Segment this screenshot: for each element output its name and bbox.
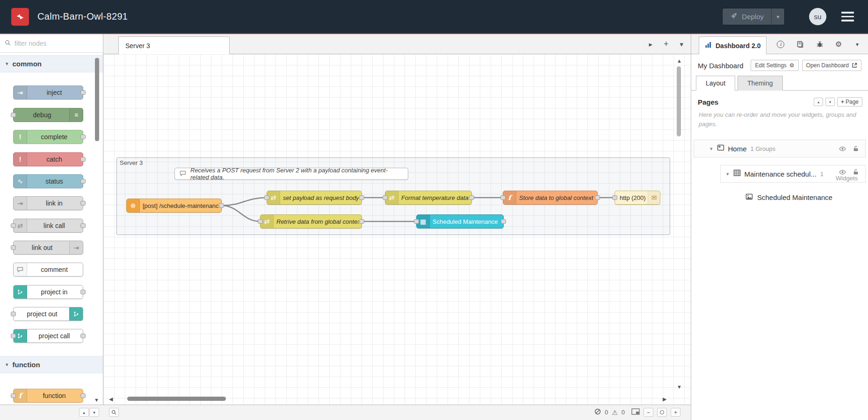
navigator-toggle[interactable] [631, 408, 640, 416]
collapse-all-button[interactable]: ▴ [814, 98, 823, 106]
add-flow-button[interactable]: + [664, 39, 669, 49]
output-port[interactable] [80, 157, 86, 162]
palette-node-link-out[interactable]: ⇥ link out [13, 241, 83, 255]
input-port[interactable] [258, 219, 263, 224]
output-port[interactable] [80, 90, 86, 95]
open-dashboard-button[interactable]: Open Dashboard [802, 60, 861, 71]
dashboard-tree: ▾ Home 1 Groups ▾ Maintenance schedul...… [691, 140, 868, 204]
scroll-up-icon[interactable]: ▲ [677, 58, 682, 64]
flow-node-ui-table[interactable]: ▦ Scheduled Maintenance [416, 214, 504, 228]
output-port[interactable] [80, 223, 86, 228]
tab-theming[interactable]: Theming [738, 76, 782, 91]
palette-search[interactable] [0, 34, 103, 53]
input-port[interactable] [11, 245, 16, 250]
output-port[interactable] [80, 334, 86, 338]
vertical-scrollbar-thumb[interactable] [677, 66, 681, 136]
flow-canvas[interactable]: Server 3 Receives a POST request from Se… [103, 54, 691, 405]
output-port[interactable] [469, 195, 474, 200]
palette-node-link-in[interactable]: ⇥ link in [13, 196, 83, 210]
palette-scrollbar-thumb[interactable] [95, 58, 99, 141]
flow-node-http-response[interactable]: ✉ http (200) [615, 191, 660, 205]
output-port[interactable] [219, 203, 224, 208]
tab-scroll-right-icon[interactable]: ▸ [649, 40, 652, 49]
zoom-reset-button[interactable] [657, 408, 667, 417]
palette-node-comment[interactable]: comment [13, 263, 83, 277]
scroll-right-icon[interactable]: ▶ [663, 396, 666, 402]
deploy-options-caret[interactable]: ▾ [771, 8, 784, 25]
palette-node-project-call[interactable]: project call [13, 329, 83, 343]
output-port[interactable] [80, 393, 86, 398]
palette-scroll-down-icon[interactable]: ▼ [94, 397, 99, 403]
palette-node-complete[interactable]: ! complete [13, 130, 83, 144]
input-port[interactable] [500, 195, 506, 200]
palette-node-debug[interactable]: ≡ debug [13, 108, 83, 122]
output-port[interactable] [80, 135, 86, 139]
flow-tab-server-3[interactable]: Server 3 [118, 36, 230, 54]
flow-node-change-format-temperature[interactable]: ⇄ Format temperature data. [385, 191, 472, 205]
flow-node-change-retrieve-global[interactable]: ⇄ Retrive data from global context [260, 214, 362, 228]
help-tab-button[interactable] [793, 34, 807, 54]
input-port[interactable] [11, 334, 16, 338]
input-port[interactable] [11, 223, 16, 228]
chevron-down-icon[interactable]: ▾ [710, 146, 713, 152]
flow-node-function-store-global[interactable]: f Store data to global context [503, 191, 598, 205]
sidebar-tab-dashboard[interactable]: Dashboard 2.0 [699, 36, 767, 54]
palette-node-function[interactable]: f function [13, 389, 83, 403]
output-port[interactable] [80, 201, 86, 206]
flow-node-http-in[interactable]: ⊕ [post] /schedule-maintenance [126, 199, 222, 213]
flow-list-caret-icon[interactable]: ▾ [680, 40, 683, 49]
deploy-main[interactable]: Deploy [723, 8, 771, 25]
output-port[interactable] [595, 195, 600, 200]
comment-node[interactable]: Receives a POST request from Server 2 wi… [174, 168, 408, 180]
palette-node-inject[interactable]: ⇥ inject [13, 85, 83, 100]
output-port[interactable] [80, 179, 86, 184]
input-port[interactable] [11, 393, 16, 398]
vertical-scrollbar[interactable]: ▲ ▼ [676, 58, 682, 391]
tree-row-page-home[interactable]: ▾ Home 1 Groups [694, 140, 866, 157]
main-menu-button[interactable] [839, 10, 856, 23]
output-port[interactable] [359, 219, 364, 224]
input-port[interactable] [11, 312, 16, 316]
input-port[interactable] [264, 195, 269, 200]
palette-expand-all-button[interactable]: ▾ [89, 408, 99, 417]
user-avatar[interactable]: su [809, 8, 826, 25]
input-port[interactable] [11, 113, 16, 117]
tree-row-widget-scheduled-maintenance[interactable]: Scheduled Maintenance [745, 190, 866, 204]
add-page-button[interactable]: + Page [837, 97, 862, 107]
palette-collapse-all-button[interactable]: ▴ [79, 408, 89, 417]
expand-all-button[interactable]: ▾ [825, 98, 835, 106]
output-port[interactable] [501, 219, 506, 224]
horizontal-scrollbar[interactable]: ◀ ▶ [103, 395, 674, 402]
palette-node-link-call[interactable]: ⇄ link call [13, 219, 83, 233]
search-flows-button[interactable] [109, 408, 119, 417]
palette-search-input[interactable] [14, 40, 85, 47]
horizontal-scrollbar-thumb[interactable] [127, 397, 226, 401]
scroll-left-icon[interactable]: ◀ [109, 396, 113, 402]
deploy-button[interactable]: Deploy ▾ [722, 8, 785, 25]
tree-row-group-maintenance[interactable]: ▾ Maintenance schedul... 1 Widgets [720, 165, 866, 183]
zoom-in-button[interactable]: + [671, 408, 680, 417]
edit-settings-button[interactable]: Edit Settings ⚙ [751, 60, 798, 71]
tab-layout[interactable]: Layout [696, 76, 735, 91]
flow-node-change-set-payload[interactable]: ⇄ set payload as request body [267, 191, 362, 205]
visibility-toggle[interactable] [838, 144, 847, 153]
input-port[interactable] [383, 195, 388, 200]
output-port[interactable] [359, 195, 364, 200]
palette-node-project-in[interactable]: project in [13, 285, 83, 299]
palette-category-function[interactable]: ▾ function [0, 356, 103, 373]
palette-node-status[interactable]: ∿ status [13, 174, 83, 188]
info-tab-button[interactable]: i [774, 34, 788, 54]
sidebar-options-caret[interactable]: ▾ [850, 34, 864, 54]
input-port[interactable] [612, 195, 617, 200]
palette-node-catch[interactable]: ! catch [13, 152, 83, 166]
lock-toggle[interactable] [851, 144, 861, 153]
scroll-down-icon[interactable]: ▼ [677, 384, 682, 390]
debug-tab-button[interactable] [813, 34, 827, 54]
chevron-down-icon[interactable]: ▾ [726, 171, 729, 177]
settings-tab-button[interactable]: ⚙ [832, 34, 846, 54]
palette-category-common[interactable]: ▾ common [0, 55, 103, 72]
input-port[interactable] [414, 219, 419, 224]
output-port[interactable] [80, 290, 86, 294]
zoom-out-button[interactable]: − [644, 408, 653, 417]
palette-node-project-out[interactable]: project out [13, 307, 83, 321]
